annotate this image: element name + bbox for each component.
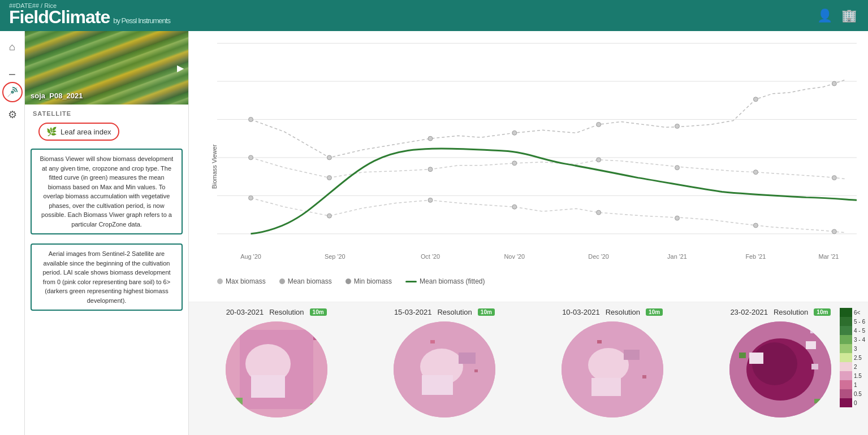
sidebar-image-arrow-icon[interactable]: ▶ xyxy=(177,63,184,73)
sat-header-3: 10-03-2021 Resolution 10m xyxy=(562,308,663,316)
svg-rect-80 xyxy=(810,329,816,333)
svg-point-35 xyxy=(597,158,601,162)
svg-point-27 xyxy=(597,122,601,127)
scale-item-5-6: 5 - 6 xyxy=(840,317,868,326)
content-area: Biomass Viewer 6 5 4 3 2 1 xyxy=(189,31,868,435)
svg-point-37 xyxy=(753,170,758,175)
svg-point-28 xyxy=(675,124,680,128)
scale-color-2 xyxy=(840,362,852,371)
legend-mean-dot xyxy=(279,279,285,284)
legend-max-dot xyxy=(217,279,223,284)
legend-mean-label: Mean biomass xyxy=(288,277,332,285)
svg-point-32 xyxy=(327,176,331,180)
resolution-badge-2: 10m xyxy=(478,308,495,316)
sat-header-4: 23-02-2021 Resolution 10m xyxy=(730,308,831,316)
svg-point-67 xyxy=(588,348,629,382)
svg-point-40 xyxy=(327,214,331,218)
svg-text:Sep '20: Sep '20 xyxy=(325,254,346,260)
nav-home[interactable]: ⌂ xyxy=(2,37,23,57)
svg-point-34 xyxy=(512,161,517,166)
user-icon[interactable]: 👤 xyxy=(817,8,832,23)
svg-text:Aug '20: Aug '20 xyxy=(240,254,261,260)
scale-item-2-5: 2.5 xyxy=(840,353,868,362)
svg-rect-81 xyxy=(739,353,746,358)
svg-point-23 xyxy=(249,117,253,121)
main-layout: ⌂ ⎯ ⚙ soja_P08_2021 ▶ SATELLITE 🌿 Leaf a… xyxy=(0,31,868,435)
resolution-label-1: Resolution xyxy=(269,308,304,316)
svg-rect-53 xyxy=(234,398,243,404)
sat-item-2: 15-03-2021 Resolution 10m xyxy=(362,308,526,435)
scale-label-0-5: 0.5 xyxy=(854,391,862,397)
scale-label-4-5: 4 - 5 xyxy=(854,328,865,334)
breadcrumb: ##DATE## / Rice xyxy=(9,2,57,9)
sat-image-2 xyxy=(391,319,498,420)
scale-label-3-4: 3 - 4 xyxy=(854,337,865,343)
chart-legend: Max biomass Mean biomass Min biomass Mea… xyxy=(200,274,857,289)
sat-image-1 xyxy=(223,319,330,420)
scale-color-0 xyxy=(840,398,852,407)
svg-rect-71 xyxy=(642,375,646,379)
svg-rect-52 xyxy=(251,375,285,398)
leaf-area-label: Leaf area index xyxy=(61,128,111,136)
logo: FieldClimateby Pessl Instruments xyxy=(9,7,170,28)
nav-settings[interactable]: ⚙ xyxy=(2,105,23,125)
satellite-section-label: SATELLITE xyxy=(25,105,188,119)
svg-text:Jan '21: Jan '21 xyxy=(667,254,687,260)
crop-image-label: soja_P08_2021 xyxy=(31,92,83,100)
aerial-tooltip-box: Aerial images from Sentinel-2 Satellite … xyxy=(31,243,183,311)
svg-rect-82 xyxy=(814,399,821,403)
nav-tools[interactable]: ⎯ xyxy=(2,59,23,80)
biomass-chart: 6 5 4 3 2 1 0 Aug '20 Sep '20 Oct '20 No… xyxy=(217,37,857,268)
svg-point-33 xyxy=(428,167,433,172)
resolution-label-2: Resolution xyxy=(437,308,472,316)
legend-max-label: Max biomass xyxy=(226,277,266,285)
svg-point-46 xyxy=(832,229,836,234)
scale-item-3: 3 xyxy=(840,344,868,353)
svg-point-43 xyxy=(597,210,601,215)
scale-item-0-5: 0.5 xyxy=(840,389,868,398)
svg-rect-79 xyxy=(811,364,818,369)
scale-label-1: 1 xyxy=(854,382,857,388)
svg-point-38 xyxy=(832,176,836,180)
chart-area: Biomass Viewer 6 5 4 3 2 1 xyxy=(189,31,868,302)
svg-text:Mar '21: Mar '21 xyxy=(818,254,839,260)
svg-point-30 xyxy=(832,81,836,86)
svg-rect-69 xyxy=(624,350,640,360)
scale-item-6plus: 6< xyxy=(840,308,868,317)
legend-mean-fitted: Mean biomass (fitted) xyxy=(405,277,485,285)
scale-color-3-4 xyxy=(840,335,852,344)
scale-color-6plus xyxy=(840,308,852,317)
svg-point-44 xyxy=(675,216,680,220)
sat-image-3 xyxy=(559,319,666,420)
scale-color-2-5 xyxy=(840,353,852,362)
resolution-badge-3: 10m xyxy=(646,308,663,316)
scale-color-1 xyxy=(840,380,852,389)
svg-text:Dec '20: Dec '20 xyxy=(588,254,609,260)
sat-item-3: 10-03-2021 Resolution 10m xyxy=(531,308,694,435)
header-icons: 👤 🏢 xyxy=(817,8,857,23)
legend-max-biomass: Max biomass xyxy=(217,277,266,285)
sat-header-2: 15-03-2021 Resolution 10m xyxy=(394,308,495,316)
scale-item-2: 2 xyxy=(840,362,868,371)
svg-point-36 xyxy=(675,166,680,170)
scale-color-4-5 xyxy=(840,326,852,335)
sat-item-1: 20-03-2021 Resolution 10m xyxy=(195,308,358,435)
biomass-tooltip-text: Biomass Viewer will show biomass develop… xyxy=(40,155,174,228)
sidebar-crop-image: soja_P08_2021 ▶ xyxy=(25,31,188,105)
nav-satellite[interactable] xyxy=(2,82,23,102)
sidebar: soja_P08_2021 ▶ SATELLITE 🌿 Leaf area in… xyxy=(25,31,189,435)
scale-label-2-5: 2.5 xyxy=(854,355,862,361)
legend-min-dot xyxy=(346,279,351,284)
sat-image-4 xyxy=(727,319,834,420)
scale-item-4-5: 4 - 5 xyxy=(840,326,868,335)
scale-label-6plus: 6< xyxy=(854,310,860,316)
building-icon[interactable]: 🏢 xyxy=(841,8,857,23)
svg-point-26 xyxy=(512,130,517,135)
leaf-area-index-button[interactable]: 🌿 Leaf area index xyxy=(38,123,119,141)
svg-point-42 xyxy=(512,205,517,209)
sat-date-4: 23-02-2021 xyxy=(730,308,768,316)
scale-label-3: 3 xyxy=(854,346,857,352)
sat-item-4: 23-02-2021 Resolution 10m xyxy=(699,308,862,435)
svg-rect-63 xyxy=(474,369,478,372)
svg-point-29 xyxy=(753,97,758,102)
